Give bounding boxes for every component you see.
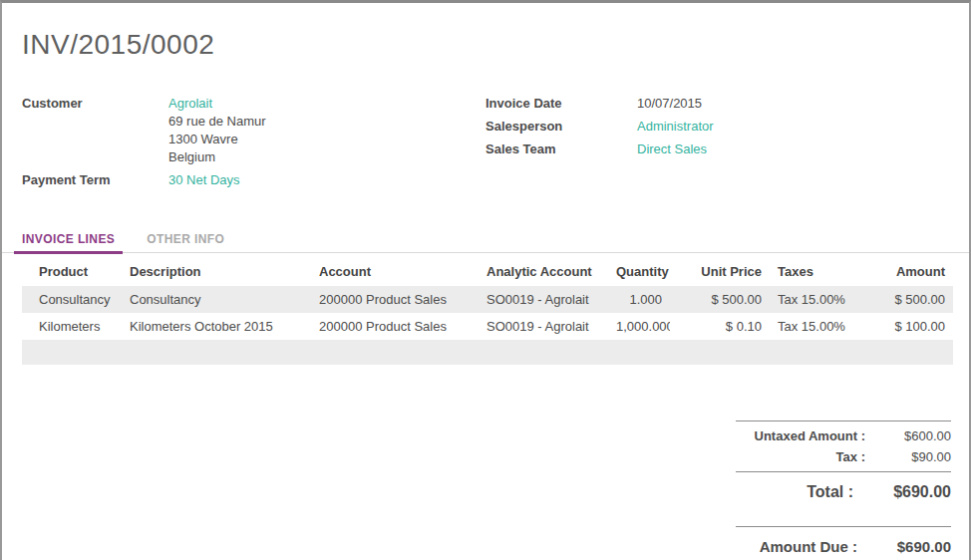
column-header-product[interactable]: Product: [22, 257, 122, 286]
untaxed-amount-label: Untaxed Amount :: [736, 428, 871, 443]
amount-due-block: Amount Due : $690.00: [736, 526, 951, 558]
table-cell[interactable]: Tax 15.00%: [770, 313, 857, 340]
table-cell[interactable]: $ 500.00: [670, 286, 770, 313]
total-label: Total :: [736, 483, 859, 501]
tax-value: $90.00: [871, 449, 951, 464]
page-title: INV/2015/0002: [22, 29, 949, 61]
total-value: $690.00: [859, 483, 951, 501]
table-cell[interactable]: Kilometers: [22, 313, 122, 340]
salesperson-field: Salesperson Administrator: [486, 118, 949, 136]
fields-column-left: Customer Agrolait 69 rue de Namur 1300 W…: [22, 95, 486, 194]
amount-due-value: $690.00: [863, 538, 951, 555]
column-header-account[interactable]: Account: [311, 257, 479, 286]
table-row[interactable]: ConsultancyConsultancy200000 Product Sal…: [22, 286, 953, 313]
tax-label: Tax :: [736, 449, 871, 464]
invoice-date-label: Invoice Date: [486, 95, 637, 113]
empty-row: [22, 340, 953, 365]
customer-value: Agrolait 69 rue de Namur 1300 Wavre Belg…: [168, 95, 486, 166]
empty-row-cell: [22, 340, 953, 365]
untaxed-amount-value: $600.00: [871, 428, 951, 443]
table-cell[interactable]: $ 500.00: [857, 286, 953, 313]
payment-term-link[interactable]: 30 Net Days: [168, 172, 240, 187]
table-cell[interactable]: 200000 Product Sales: [311, 313, 479, 340]
untaxed-amount-row: Untaxed Amount : $600.00: [736, 425, 951, 446]
customer-address-line-2: 1300 Wavre: [168, 131, 486, 148]
table-header-row: ProductDescriptionAccountAnalytic Accoun…: [22, 257, 953, 286]
table-cell[interactable]: 1,000.000: [608, 313, 670, 340]
subtotals-group: Untaxed Amount : $600.00 Tax : $90.00: [736, 420, 951, 467]
table-cell[interactable]: Consultancy: [22, 286, 122, 313]
table-cell[interactable]: SO0019 - Agrolait: [479, 313, 608, 340]
customer-link[interactable]: Agrolait: [168, 96, 212, 111]
salesperson-label: Salesperson: [486, 118, 637, 136]
totals-section: Untaxed Amount : $600.00 Tax : $90.00 To…: [736, 420, 951, 558]
table-cell[interactable]: Tax 15.00%: [770, 286, 857, 313]
salesperson-link[interactable]: Administrator: [637, 119, 714, 134]
tab-bar: INVOICE LINES OTHER INFO: [2, 225, 969, 253]
total-block: Total : $690.00: [736, 471, 951, 526]
table-cell[interactable]: Kilometers October 2015: [122, 313, 311, 340]
invoice-form: INV/2015/0002 Customer Agrolait 69 rue d…: [0, 0, 971, 560]
tab-invoice-lines[interactable]: INVOICE LINES: [14, 225, 123, 252]
tax-row: Tax : $90.00: [736, 446, 951, 467]
table-cell[interactable]: 1.000: [608, 286, 670, 313]
sales-team-link[interactable]: Direct Sales: [637, 141, 707, 156]
column-header-taxes[interactable]: Taxes: [770, 257, 857, 286]
customer-address-line-3: Belgium: [168, 148, 486, 166]
sales-team-field: Sales Team Direct Sales: [486, 140, 949, 158]
amount-due-label: Amount Due :: [736, 538, 863, 555]
invoice-lines-table: ProductDescriptionAccountAnalytic Accoun…: [22, 257, 953, 365]
invoice-date-field: Invoice Date 10/07/2015: [486, 95, 949, 113]
column-header-analytic-account[interactable]: Analytic Account: [479, 257, 608, 286]
table-row[interactable]: KilometersKilometers October 2015200000 …: [22, 313, 953, 340]
payment-term-field: Payment Term 30 Net Days: [22, 171, 486, 189]
table-cell[interactable]: 200000 Product Sales: [311, 286, 479, 313]
fields-section: Customer Agrolait 69 rue de Namur 1300 W…: [22, 95, 949, 194]
table-cell[interactable]: SO0019 - Agrolait: [479, 286, 608, 313]
column-header-amount[interactable]: Amount: [857, 257, 953, 286]
sales-team-label: Sales Team: [486, 140, 637, 158]
tab-other-info[interactable]: OTHER INFO: [139, 225, 232, 252]
column-header-unit-price[interactable]: Unit Price: [670, 257, 770, 286]
payment-term-label: Payment Term: [22, 171, 168, 189]
customer-field: Customer Agrolait 69 rue de Namur 1300 W…: [22, 95, 486, 166]
fields-column-right: Invoice Date 10/07/2015 Salesperson Admi…: [486, 95, 949, 194]
table-cell[interactable]: $ 0.10: [670, 313, 770, 340]
column-header-quantity[interactable]: Quantity: [608, 257, 670, 286]
customer-address-line-1: 69 rue de Namur: [168, 113, 486, 131]
customer-label: Customer: [22, 95, 168, 166]
table-cell[interactable]: $ 100.00: [857, 313, 953, 340]
column-header-description[interactable]: Description: [122, 257, 311, 286]
total-row: Total : $690.00: [736, 480, 951, 504]
amount-due-row: Amount Due : $690.00: [736, 535, 951, 558]
table-cell[interactable]: Consultancy: [122, 286, 311, 313]
invoice-date-value: 10/07/2015: [637, 95, 949, 113]
